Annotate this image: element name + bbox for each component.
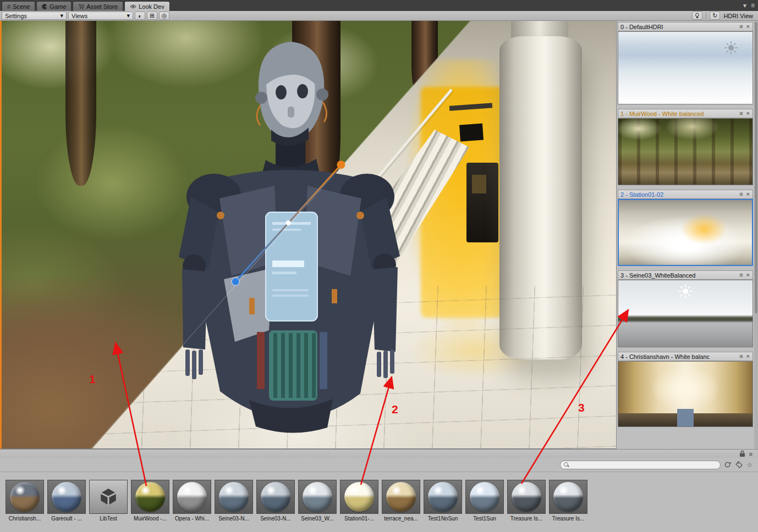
hdri-item-title: 4 - Christianshavn - White balanc bbox=[620, 353, 737, 360]
hdri-preview[interactable] bbox=[618, 280, 753, 347]
hdri-preview[interactable] bbox=[618, 361, 753, 427]
hdri-preview[interactable] bbox=[618, 118, 753, 185]
pane-menu-icon[interactable]: ≡ bbox=[739, 191, 743, 197]
church-carpet bbox=[677, 409, 693, 426]
hdri-sphere bbox=[428, 482, 458, 512]
game-icon bbox=[42, 4, 47, 9]
asset-label: terrace_nea... bbox=[382, 516, 420, 522]
asset-thumbnail[interactable]: Station01-... bbox=[340, 480, 378, 522]
close-icon[interactable]: × bbox=[746, 110, 750, 117]
pane-dropdown-icon[interactable]: ▾ bbox=[743, 2, 746, 9]
hdri-item-2: 2 - Station01-02 ≡ × bbox=[618, 190, 753, 266]
tab-look-dev[interactable]: Look Dev bbox=[124, 1, 169, 11]
lookdev-viewport[interactable] bbox=[0, 21, 616, 449]
hdri-item-0: 0 - DefaultHDRI ≡ × bbox=[618, 22, 753, 104]
asset-label: Opera - Whi... bbox=[173, 516, 211, 522]
scrollbar-thumb[interactable] bbox=[755, 22, 757, 313]
project-browser: ≡ ☆ Christiansh... Gareoult - ... LibT bbox=[0, 449, 758, 532]
hdri-preview-selected[interactable] bbox=[618, 199, 753, 266]
asset-thumbnail[interactable]: Christiansh... bbox=[6, 480, 44, 522]
chevron-down-icon: ▾ bbox=[60, 12, 63, 19]
views-dropdown[interactable]: Views ▾ bbox=[68, 12, 133, 20]
unity-logo-icon bbox=[97, 486, 119, 508]
tab-scene[interactable]: # Scene bbox=[2, 1, 35, 11]
lock-icon[interactable] bbox=[739, 450, 745, 457]
asset-thumbnail[interactable]: terrace_nea... bbox=[382, 480, 420, 522]
hdri-sphere bbox=[177, 482, 207, 512]
asset-label: Test1Sun bbox=[465, 516, 504, 522]
hdri-sphere bbox=[261, 482, 290, 512]
search-input[interactable] bbox=[571, 461, 717, 469]
hdri-view-toggle[interactable]: HDRI View bbox=[722, 13, 756, 19]
hdri-sphere bbox=[52, 482, 81, 512]
hdri-item-header[interactable]: 1 - MuirWood - White balanced ≡ × bbox=[618, 109, 753, 118]
asset-thumbnail[interactable]: Gareoult - ... bbox=[47, 480, 86, 522]
frame-icon: ⊞ bbox=[150, 12, 155, 19]
split-orange-handle[interactable] bbox=[337, 160, 345, 169]
asset-thumbnail[interactable]: Test1NoSun bbox=[424, 480, 462, 522]
pane-menu-icon[interactable]: ≡ bbox=[739, 272, 743, 278]
asset-thumbnail[interactable]: Seine03_W... bbox=[298, 480, 337, 522]
sun-flare-icon bbox=[678, 284, 693, 299]
views-dropdown-label: Views bbox=[72, 13, 87, 19]
tab-asset-store[interactable]: Asset Store bbox=[73, 1, 123, 11]
split-separator-overlay bbox=[2, 21, 616, 448]
asset-thumbnail[interactable]: LibTest bbox=[89, 480, 128, 522]
pane-menu-icon[interactable]: ≡ bbox=[749, 451, 752, 457]
hdri-sphere bbox=[344, 482, 374, 512]
pane-menu-icon[interactable]: ≡ bbox=[739, 110, 743, 117]
refresh-icon: ↻ bbox=[712, 12, 717, 19]
hdri-view-panel: 0 - DefaultHDRI ≡ × 1 - MuirWood - White… bbox=[616, 21, 758, 449]
half-circle-icon: ◐ bbox=[138, 13, 142, 19]
pane-menu-icon[interactable]: ≡ bbox=[739, 24, 743, 30]
asset-thumbnail[interactable]: MuirWood -... bbox=[131, 480, 169, 522]
split-blue-handle[interactable] bbox=[232, 278, 239, 285]
asset-thumbnail[interactable]: Seine03-N... bbox=[215, 480, 253, 522]
cart-icon bbox=[78, 4, 84, 9]
sphere-filter-icon[interactable] bbox=[724, 461, 732, 468]
hdri-item-header[interactable]: 4 - Christianshavn - White balanc ≡ × bbox=[618, 352, 753, 361]
asset-label: Christiansh... bbox=[6, 516, 44, 522]
settings-dropdown[interactable]: Settings ▾ bbox=[2, 12, 67, 20]
grid-icon: # bbox=[7, 3, 10, 10]
settings-dropdown-label: Settings bbox=[5, 13, 27, 19]
refresh-hdri-button[interactable]: ↻ bbox=[710, 12, 720, 20]
close-icon[interactable]: × bbox=[746, 191, 750, 197]
asset-thumbnail[interactable]: Treasure Is... bbox=[507, 480, 546, 522]
close-icon[interactable]: × bbox=[746, 353, 750, 359]
pane-menu-icon[interactable]: ≡ bbox=[751, 2, 755, 9]
asset-thumbnail[interactable]: Test1Sun bbox=[465, 480, 504, 522]
split-mode-button[interactable]: ◐ bbox=[135, 12, 145, 20]
environment-light-button[interactable] bbox=[692, 12, 702, 20]
asset-label: Seine03-N... bbox=[256, 516, 295, 522]
hdri-item-header[interactable]: 3 - Seine03_WhiteBalanced ≡ × bbox=[618, 270, 753, 280]
hdri-item-title: 3 - Seine03_WhiteBalanced bbox=[620, 272, 737, 279]
asset-thumbnail[interactable]: Opera - Whi... bbox=[173, 480, 211, 522]
split-center-handle[interactable] bbox=[286, 220, 291, 225]
hdri-preview[interactable] bbox=[618, 31, 753, 104]
hdri-sphere bbox=[512, 482, 541, 512]
zoom-frame-button[interactable]: ⊞ bbox=[147, 12, 157, 20]
hdri-item-header[interactable]: 0 - DefaultHDRI ≡ × bbox=[618, 22, 753, 31]
close-icon[interactable]: × bbox=[746, 24, 750, 30]
tab-asset-store-label: Asset Store bbox=[86, 3, 118, 10]
hdri-item-title: 1 - MuirWood - White balanced bbox=[620, 110, 737, 117]
hdri-sphere bbox=[553, 482, 583, 512]
tab-game[interactable]: Game bbox=[36, 1, 72, 11]
pane-menu-icon[interactable]: ≡ bbox=[739, 353, 743, 359]
close-icon[interactable]: × bbox=[746, 272, 750, 278]
hdri-sphere bbox=[303, 482, 332, 512]
hdri-item-header[interactable]: 2 - Station01-02 ≡ × bbox=[618, 190, 753, 199]
tag-icon[interactable] bbox=[735, 461, 743, 468]
tab-scene-label: Scene bbox=[13, 3, 30, 10]
orbit-button[interactable]: ◎ bbox=[159, 12, 169, 20]
asset-label: Test1NoSun bbox=[424, 516, 462, 522]
asset-label: LibTest bbox=[89, 516, 128, 522]
lamp-icon bbox=[695, 13, 700, 19]
search-field[interactable] bbox=[560, 461, 721, 469]
panel-scrollbar[interactable] bbox=[754, 21, 758, 449]
hdri-sphere bbox=[219, 482, 249, 512]
favorites-star-icon[interactable]: ☆ bbox=[746, 462, 752, 468]
asset-thumbnail[interactable]: Seine03-N... bbox=[256, 480, 295, 522]
asset-thumbnail[interactable]: Treasure Is... bbox=[549, 480, 587, 522]
